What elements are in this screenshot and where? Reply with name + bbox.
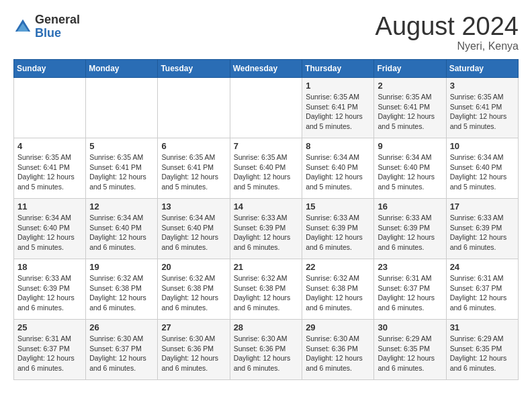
- day-number: 25: [17, 322, 82, 332]
- day-number: 7: [234, 141, 299, 151]
- day-info: Sunrise: 6:29 AM Sunset: 6:35 PM Dayligh…: [450, 334, 515, 373]
- day-info: Sunrise: 6:35 AM Sunset: 6:40 PM Dayligh…: [234, 152, 299, 192]
- day-info: Sunrise: 6:34 AM Sunset: 6:40 PM Dayligh…: [89, 213, 154, 253]
- day-info: Sunrise: 6:30 AM Sunset: 6:37 PM Dayligh…: [89, 334, 154, 373]
- calendar-cell-0-3: [230, 78, 302, 138]
- day-number: 8: [306, 141, 370, 151]
- calendar-cell-2-6: 17Sunrise: 6:33 AM Sunset: 6:39 PM Dayli…: [446, 199, 518, 259]
- calendar-cell-2-2: 13Sunrise: 6:34 AM Sunset: 6:40 PM Dayli…: [158, 199, 230, 259]
- calendar-cell-3-6: 24Sunrise: 6:31 AM Sunset: 6:37 PM Dayli…: [446, 259, 518, 320]
- day-number: 27: [161, 322, 226, 332]
- calendar-cell-3-1: 19Sunrise: 6:32 AM Sunset: 6:38 PM Dayli…: [86, 259, 158, 320]
- calendar-cell-0-2: [158, 78, 230, 138]
- day-info: Sunrise: 6:35 AM Sunset: 6:41 PM Dayligh…: [161, 152, 226, 192]
- day-info: Sunrise: 6:31 AM Sunset: 6:37 PM Dayligh…: [450, 273, 515, 313]
- logo-icon: [13, 17, 32, 36]
- weekday-header-saturday: Saturday: [446, 60, 518, 78]
- calendar-cell-3-4: 22Sunrise: 6:32 AM Sunset: 6:38 PM Dayli…: [302, 259, 374, 320]
- day-info: Sunrise: 6:32 AM Sunset: 6:38 PM Dayligh…: [89, 273, 154, 313]
- week-row-2: 4Sunrise: 6:35 AM Sunset: 6:41 PM Daylig…: [14, 138, 519, 199]
- calendar-cell-2-5: 16Sunrise: 6:33 AM Sunset: 6:39 PM Dayli…: [374, 199, 446, 259]
- logo: General Blue: [13, 13, 80, 40]
- day-info: Sunrise: 6:34 AM Sunset: 6:40 PM Dayligh…: [161, 213, 226, 253]
- day-info: Sunrise: 6:35 AM Sunset: 6:41 PM Dayligh…: [306, 92, 370, 132]
- day-number: 28: [234, 322, 299, 332]
- day-number: 18: [17, 262, 82, 272]
- calendar-cell-1-4: 8Sunrise: 6:34 AM Sunset: 6:40 PM Daylig…: [302, 138, 374, 199]
- calendar-cell-4-5: 30Sunrise: 6:29 AM Sunset: 6:35 PM Dayli…: [374, 320, 446, 380]
- calendar-cell-3-0: 18Sunrise: 6:33 AM Sunset: 6:39 PM Dayli…: [14, 259, 86, 320]
- day-number: 17: [450, 201, 515, 212]
- day-number: 22: [306, 262, 370, 272]
- day-info: Sunrise: 6:35 AM Sunset: 6:41 PM Dayligh…: [450, 92, 515, 132]
- day-number: 29: [306, 322, 370, 332]
- day-number: 21: [234, 262, 299, 272]
- calendar-cell-4-3: 28Sunrise: 6:30 AM Sunset: 6:36 PM Dayli…: [230, 320, 302, 380]
- day-number: 4: [17, 141, 82, 151]
- day-number: 10: [450, 141, 515, 151]
- day-number: 24: [450, 262, 515, 272]
- day-info: Sunrise: 6:33 AM Sunset: 6:39 PM Dayligh…: [306, 213, 370, 253]
- weekday-header-tuesday: Tuesday: [158, 60, 230, 78]
- week-row-4: 18Sunrise: 6:33 AM Sunset: 6:39 PM Dayli…: [14, 259, 519, 320]
- calendar-table: SundayMondayTuesdayWednesdayThursdayFrid…: [13, 59, 519, 380]
- weekday-header-sunday: Sunday: [14, 60, 86, 78]
- day-number: 14: [234, 201, 299, 212]
- weekday-header-thursday: Thursday: [302, 60, 374, 78]
- weekday-header-monday: Monday: [86, 60, 158, 78]
- calendar-cell-0-6: 3Sunrise: 6:35 AM Sunset: 6:41 PM Daylig…: [446, 78, 518, 138]
- day-info: Sunrise: 6:29 AM Sunset: 6:35 PM Dayligh…: [378, 334, 442, 373]
- day-info: Sunrise: 6:31 AM Sunset: 6:37 PM Dayligh…: [17, 334, 82, 373]
- day-number: 16: [378, 201, 442, 212]
- day-info: Sunrise: 6:34 AM Sunset: 6:40 PM Dayligh…: [378, 152, 442, 192]
- day-number: 13: [161, 201, 226, 212]
- week-row-3: 11Sunrise: 6:34 AM Sunset: 6:40 PM Dayli…: [14, 199, 519, 259]
- day-info: Sunrise: 6:33 AM Sunset: 6:39 PM Dayligh…: [378, 213, 442, 253]
- day-info: Sunrise: 6:30 AM Sunset: 6:36 PM Dayligh…: [234, 334, 299, 373]
- day-info: Sunrise: 6:32 AM Sunset: 6:38 PM Dayligh…: [234, 273, 299, 313]
- weekday-header-wednesday: Wednesday: [230, 60, 302, 78]
- day-number: 15: [306, 201, 370, 212]
- calendar-cell-1-5: 9Sunrise: 6:34 AM Sunset: 6:40 PM Daylig…: [374, 138, 446, 199]
- logo-blue: Blue: [35, 27, 80, 40]
- day-number: 31: [450, 322, 515, 332]
- day-info: Sunrise: 6:33 AM Sunset: 6:39 PM Dayligh…: [17, 273, 82, 313]
- logo-text: General Blue: [35, 13, 80, 40]
- day-number: 26: [89, 322, 154, 332]
- calendar-cell-4-6: 31Sunrise: 6:29 AM Sunset: 6:35 PM Dayli…: [446, 320, 518, 380]
- day-info: Sunrise: 6:31 AM Sunset: 6:37 PM Dayligh…: [378, 273, 442, 313]
- calendar-cell-4-0: 25Sunrise: 6:31 AM Sunset: 6:37 PM Dayli…: [14, 320, 86, 380]
- day-info: Sunrise: 6:30 AM Sunset: 6:36 PM Dayligh…: [306, 334, 370, 373]
- calendar-cell-3-5: 23Sunrise: 6:31 AM Sunset: 6:37 PM Dayli…: [374, 259, 446, 320]
- day-info: Sunrise: 6:30 AM Sunset: 6:36 PM Dayligh…: [161, 334, 226, 373]
- calendar-cell-2-3: 14Sunrise: 6:33 AM Sunset: 6:39 PM Dayli…: [230, 199, 302, 259]
- calendar-cell-4-4: 29Sunrise: 6:30 AM Sunset: 6:36 PM Dayli…: [302, 320, 374, 380]
- day-number: 23: [378, 262, 442, 272]
- day-info: Sunrise: 6:32 AM Sunset: 6:38 PM Dayligh…: [306, 273, 370, 313]
- day-info: Sunrise: 6:33 AM Sunset: 6:39 PM Dayligh…: [234, 213, 299, 253]
- calendar-cell-2-4: 15Sunrise: 6:33 AM Sunset: 6:39 PM Dayli…: [302, 199, 374, 259]
- calendar-cell-1-1: 5Sunrise: 6:35 AM Sunset: 6:41 PM Daylig…: [86, 138, 158, 199]
- calendar-cell-3-3: 21Sunrise: 6:32 AM Sunset: 6:38 PM Dayli…: [230, 259, 302, 320]
- calendar-cell-3-2: 20Sunrise: 6:32 AM Sunset: 6:38 PM Dayli…: [158, 259, 230, 320]
- day-info: Sunrise: 6:35 AM Sunset: 6:41 PM Dayligh…: [89, 152, 154, 192]
- day-number: 3: [450, 81, 515, 91]
- calendar-cell-1-0: 4Sunrise: 6:35 AM Sunset: 6:41 PM Daylig…: [14, 138, 86, 199]
- day-info: Sunrise: 6:35 AM Sunset: 6:41 PM Dayligh…: [378, 92, 442, 132]
- month-year-title: August 2024: [375, 13, 519, 39]
- day-info: Sunrise: 6:32 AM Sunset: 6:38 PM Dayligh…: [161, 273, 226, 313]
- calendar-cell-1-3: 7Sunrise: 6:35 AM Sunset: 6:40 PM Daylig…: [230, 138, 302, 199]
- calendar-cell-0-1: [86, 78, 158, 138]
- day-number: 12: [89, 201, 154, 212]
- day-number: 20: [161, 262, 226, 272]
- day-info: Sunrise: 6:34 AM Sunset: 6:40 PM Dayligh…: [306, 152, 370, 192]
- calendar-cell-0-0: [14, 78, 86, 138]
- day-number: 30: [378, 322, 442, 332]
- day-info: Sunrise: 6:33 AM Sunset: 6:39 PM Dayligh…: [450, 213, 515, 253]
- weekday-header-friday: Friday: [374, 60, 446, 78]
- location-label: Nyeri, Kenya: [375, 40, 519, 52]
- calendar-cell-0-4: 1Sunrise: 6:35 AM Sunset: 6:41 PM Daylig…: [302, 78, 374, 138]
- day-number: 11: [17, 201, 82, 212]
- day-number: 5: [89, 141, 154, 151]
- day-info: Sunrise: 6:35 AM Sunset: 6:41 PM Dayligh…: [17, 152, 82, 192]
